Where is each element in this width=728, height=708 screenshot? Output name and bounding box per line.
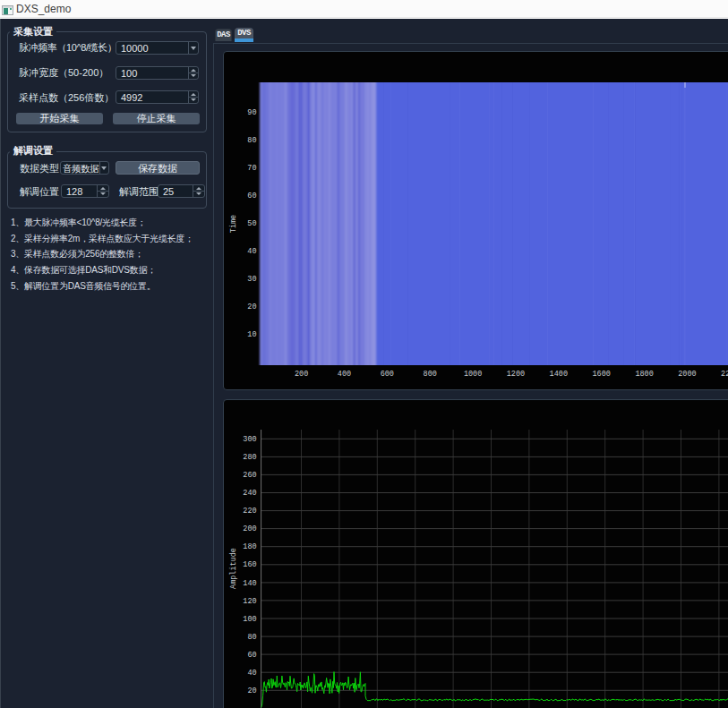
svg-text:1000: 1000 [464, 370, 482, 379]
svg-text:280: 280 [243, 453, 256, 462]
svg-text:200: 200 [295, 370, 308, 379]
svg-text:120: 120 [243, 597, 256, 606]
svg-text:1800: 1800 [635, 370, 653, 379]
svg-text:100: 100 [243, 615, 256, 624]
svg-text:40: 40 [247, 247, 256, 256]
svg-text:2200: 2200 [721, 370, 728, 379]
svg-text:60: 60 [247, 651, 256, 660]
svg-text:180: 180 [243, 542, 256, 551]
svg-text:30: 30 [247, 275, 256, 284]
svg-text:Time: Time [229, 215, 238, 233]
svg-text:220: 220 [243, 507, 256, 516]
svg-text:40: 40 [247, 669, 256, 678]
svg-text:300: 300 [243, 435, 256, 444]
svg-text:2000: 2000 [678, 370, 696, 379]
svg-text:200: 200 [243, 525, 256, 533]
svg-text:Amplitude: Amplitude [229, 548, 238, 589]
svg-text:20: 20 [247, 687, 256, 695]
svg-text:160: 160 [243, 560, 256, 569]
svg-text:1400: 1400 [550, 370, 568, 379]
svg-text:60: 60 [247, 192, 256, 200]
svg-text:10: 10 [247, 330, 256, 339]
svg-text:800: 800 [424, 370, 437, 379]
svg-text:260: 260 [243, 471, 256, 480]
svg-text:1200: 1200 [507, 370, 525, 379]
svg-text:140: 140 [243, 579, 256, 588]
svg-text:90: 90 [247, 108, 256, 117]
svg-text:240: 240 [243, 489, 256, 498]
svg-text:600: 600 [381, 370, 394, 379]
svg-text:80: 80 [247, 136, 256, 145]
svg-text:70: 70 [247, 164, 256, 173]
svg-text:80: 80 [247, 633, 256, 642]
svg-text:50: 50 [247, 219, 256, 228]
svg-text:400: 400 [338, 370, 351, 379]
svg-text:20: 20 [247, 303, 256, 311]
svg-text:1600: 1600 [592, 370, 610, 379]
